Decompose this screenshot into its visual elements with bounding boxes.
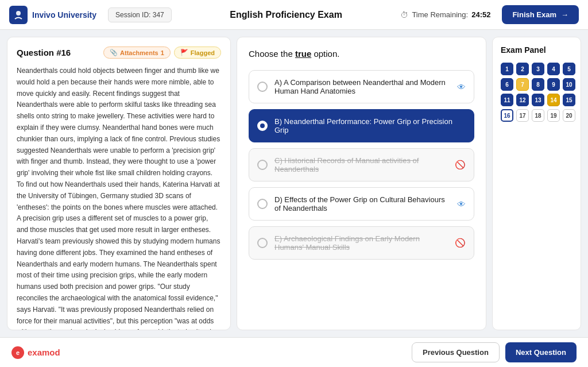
question-number: Question #16	[17, 48, 71, 57]
option-d[interactable]: D) Effects of the Power Grip on Cultural…	[249, 187, 474, 221]
question-number-btn-19[interactable]: 19	[547, 109, 560, 122]
question-number-btn-12[interactable]: 12	[516, 94, 529, 106]
radio-a	[257, 82, 268, 92]
examod-icon: e	[11, 346, 24, 359]
question-number-btn-1[interactable]: 1	[501, 63, 513, 75]
option-e[interactable]: E) Archaeological Findings on Early Mode…	[249, 226, 474, 260]
choose-instruction: Choose the true option.	[249, 49, 474, 59]
question-number-btn-5[interactable]: 5	[563, 63, 575, 75]
question-header: Question #16 📎 Attachments 1 🚩 Flagged	[17, 47, 221, 59]
question-grid: 1234567891011121314151617181920	[501, 63, 572, 122]
flagged-badge[interactable]: 🚩 Flagged	[174, 47, 221, 59]
footer-logo: e examod	[11, 346, 60, 359]
panel-title: Exam Panel	[501, 45, 572, 55]
logo-icon	[9, 6, 28, 24]
option-c[interactable]: C) Historical Records of Manual activiti…	[249, 148, 474, 181]
attachment-badge[interactable]: 📎 Attachments 1	[103, 47, 171, 59]
passage-text: Neanderthals could hold objects between …	[17, 65, 221, 330]
attachment-label: Attachments	[120, 49, 158, 56]
question-number-btn-4[interactable]: 4	[547, 63, 560, 75]
choose-underline: true	[295, 49, 311, 59]
options-panel: Choose the true option. A) A Comparison …	[237, 37, 486, 330]
timer-value: 24:52	[471, 10, 490, 19]
radio-d	[257, 199, 268, 209]
exam-panel: Exam Panel 12345678910111213141516171819…	[492, 37, 581, 330]
timer-area: ⏱ Time Remaining: 24:52	[400, 10, 490, 20]
attachment-count: 1	[161, 49, 164, 56]
badges-area: 📎 Attachments 1 🚩 Flagged	[103, 47, 221, 59]
session-badge: Session ID: 347	[108, 7, 172, 22]
arrow-right-icon: →	[561, 10, 568, 19]
eye-icon-c[interactable]: 🚫	[455, 160, 466, 170]
finish-exam-button[interactable]: Finish Exam →	[502, 5, 579, 24]
main-content: Question #16 📎 Attachments 1 🚩 Flagged N…	[0, 30, 588, 337]
eye-icon-a[interactable]: 👁	[457, 82, 466, 92]
paperclip-icon: 📎	[110, 49, 118, 56]
question-number-btn-6[interactable]: 6	[501, 78, 513, 91]
option-b[interactable]: B) Neanderthal Performance: Power Grip o…	[249, 109, 474, 142]
question-panel: Question #16 📎 Attachments 1 🚩 Flagged N…	[7, 37, 231, 330]
radio-b	[257, 121, 268, 131]
timer-label: Time Remaining:	[412, 10, 468, 19]
finish-btn-label: Finish Exam	[512, 10, 556, 19]
option-b-label: B) Neanderthal Performance: Power Grip o…	[274, 117, 466, 134]
option-c-label: C) Historical Records of Manual activiti…	[274, 156, 448, 173]
question-number-btn-18[interactable]: 18	[532, 109, 544, 122]
option-e-label: E) Archaeological Findings on Early Mode…	[274, 234, 448, 252]
question-number-btn-20[interactable]: 20	[563, 109, 575, 122]
logo-text: Invivo University	[32, 10, 96, 20]
choose-prefix: Choose the	[249, 49, 295, 59]
flagged-label: Flagged	[191, 49, 215, 56]
question-number-btn-14[interactable]: 14	[547, 94, 560, 106]
logo-area: Invivo University	[9, 6, 96, 24]
next-question-button[interactable]: Next Question	[505, 342, 577, 362]
question-number-btn-10[interactable]: 10	[563, 78, 575, 91]
svg-point-0	[16, 11, 21, 16]
question-number-btn-15[interactable]: 15	[563, 94, 575, 106]
question-number-btn-2[interactable]: 2	[516, 63, 529, 75]
question-number-btn-3[interactable]: 3	[532, 63, 544, 75]
option-a[interactable]: A) A Comparison between Neanderthal and …	[249, 70, 474, 103]
footer: e examod Previous Question Next Question	[0, 337, 588, 367]
previous-question-button[interactable]: Previous Question	[412, 342, 500, 362]
option-d-label: D) Effects of the Power Grip on Cultural…	[274, 195, 450, 213]
question-number-btn-16[interactable]: 16	[501, 109, 513, 122]
question-number-btn-11[interactable]: 11	[501, 94, 513, 106]
option-a-label: A) A Comparison between Neanderthal and …	[274, 78, 450, 95]
question-number-btn-8[interactable]: 8	[532, 78, 544, 91]
exam-title: English Proficiency Exam	[179, 10, 394, 20]
eye-icon-d[interactable]: 👁	[457, 199, 466, 209]
question-number-btn-13[interactable]: 13	[532, 94, 544, 106]
radio-e	[257, 238, 268, 248]
choose-suffix: option.	[311, 49, 339, 59]
flag-icon: 🚩	[180, 49, 188, 56]
radio-dot-b	[260, 123, 265, 128]
radio-c	[257, 160, 268, 170]
question-number-btn-17[interactable]: 17	[516, 109, 529, 122]
app-header: Invivo University Session ID: 347 Englis…	[0, 0, 588, 30]
examod-text: examod	[28, 347, 60, 357]
clock-icon: ⏱	[400, 10, 408, 20]
question-number-btn-7[interactable]: 7	[516, 78, 529, 91]
eye-icon-e[interactable]: 🚫	[455, 238, 466, 248]
footer-buttons: Previous Question Next Question	[412, 342, 577, 362]
question-number-btn-9[interactable]: 9	[547, 78, 560, 91]
